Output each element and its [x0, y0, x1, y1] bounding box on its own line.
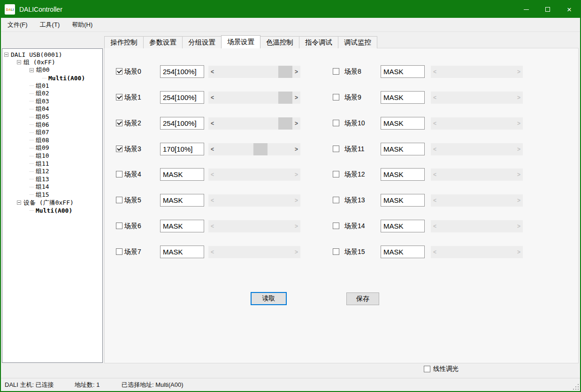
minimize-button[interactable]: [515, 1, 537, 18]
tree-item-20[interactable]: Multi(A00): [2, 207, 102, 215]
tree-item-3[interactable]: Multi(A00): [2, 74, 102, 82]
menu-item-1[interactable]: 工具(T): [34, 18, 66, 31]
chevron-right-icon[interactable]: >: [292, 169, 300, 181]
scene-7-value-input[interactable]: [160, 246, 204, 258]
tree-item-19[interactable]: 设备 (广播0xFF): [2, 199, 102, 207]
minus-box-icon[interactable]: [17, 200, 21, 205]
chevron-right-icon[interactable]: >: [292, 66, 300, 78]
tree-item-16[interactable]: 组13: [2, 176, 102, 184]
scrollbar-thumb[interactable]: [278, 92, 292, 104]
scene-12-level-scrollbar[interactable]: <>: [431, 169, 523, 181]
chevron-left-icon[interactable]: <: [431, 220, 439, 232]
tree-item-1[interactable]: 组 (0xFF): [2, 59, 102, 67]
scene-12-checkbox[interactable]: [333, 171, 339, 177]
minus-box-icon[interactable]: [4, 53, 8, 57]
scene-9-value-input[interactable]: [381, 91, 425, 104]
chevron-right-icon[interactable]: >: [515, 246, 523, 258]
scene-2-level-scrollbar[interactable]: <>: [208, 117, 300, 130]
scene-1-value-input[interactable]: [160, 91, 204, 104]
scene-10-value-input[interactable]: [381, 117, 425, 130]
scene-5-checkbox[interactable]: [116, 197, 122, 203]
tree-item-10[interactable]: 组07: [2, 129, 102, 137]
chevron-left-icon[interactable]: <: [208, 246, 216, 258]
scrollbar-thumb[interactable]: [253, 143, 268, 155]
scene-3-level-scrollbar[interactable]: <>: [208, 143, 300, 155]
chevron-right-icon[interactable]: >: [292, 194, 300, 207]
tab-1[interactable]: 参数设置: [143, 36, 183, 48]
tree-item-14[interactable]: 组11: [2, 160, 102, 168]
menu-item-0[interactable]: 文件(F): [1, 18, 34, 31]
scene-1-checkbox[interactable]: [116, 94, 122, 100]
scene-0-value-input[interactable]: [160, 65, 204, 78]
tree-item-7[interactable]: 组04: [2, 105, 102, 113]
chevron-left-icon[interactable]: <: [208, 194, 216, 207]
scene-9-checkbox[interactable]: [333, 94, 339, 100]
scene-15-value-input[interactable]: [381, 246, 425, 258]
scene-2-checkbox[interactable]: [116, 120, 122, 126]
tab-6[interactable]: 调试监控: [338, 36, 377, 48]
maximize-button[interactable]: [537, 1, 558, 18]
minus-box-icon[interactable]: [30, 68, 34, 72]
scene-8-level-scrollbar[interactable]: <>: [431, 66, 523, 78]
chevron-right-icon[interactable]: >: [292, 220, 300, 232]
scene-8-checkbox[interactable]: [333, 68, 339, 75]
resize-grip-icon[interactable]: [573, 384, 579, 390]
chevron-left-icon[interactable]: <: [431, 143, 439, 155]
scene-15-checkbox[interactable]: [333, 248, 339, 255]
chevron-right-icon[interactable]: >: [515, 66, 523, 78]
scene-6-checkbox[interactable]: [116, 223, 122, 229]
scene-11-value-input[interactable]: [381, 143, 425, 155]
scene-8-value-input[interactable]: [381, 65, 425, 78]
save-button[interactable]: 保存: [346, 292, 379, 305]
chevron-left-icon[interactable]: <: [431, 66, 439, 78]
tab-0[interactable]: 操作控制: [104, 36, 144, 48]
chevron-left-icon[interactable]: <: [431, 117, 439, 130]
chevron-left-icon[interactable]: <: [431, 246, 439, 258]
chevron-left-icon[interactable]: <: [208, 143, 216, 155]
scene-14-checkbox[interactable]: [333, 223, 339, 229]
scene-3-value-input[interactable]: [160, 143, 204, 155]
scene-6-level-scrollbar[interactable]: <>: [208, 220, 300, 232]
scene-0-level-scrollbar[interactable]: <>: [208, 66, 300, 78]
scene-7-level-scrollbar[interactable]: <>: [208, 246, 300, 258]
scene-14-value-input[interactable]: [381, 220, 425, 232]
tree-item-12[interactable]: 组09: [2, 144, 102, 152]
chevron-right-icon[interactable]: >: [292, 143, 300, 155]
tree-item-4[interactable]: 组01: [2, 82, 102, 90]
read-button[interactable]: 读取: [251, 292, 287, 305]
tree-item-8[interactable]: 组05: [2, 113, 102, 121]
scene-9-level-scrollbar[interactable]: <>: [431, 92, 523, 104]
tab-3[interactable]: 场景设置: [221, 35, 260, 48]
scene-15-level-scrollbar[interactable]: <>: [431, 246, 523, 258]
minus-box-icon[interactable]: [17, 60, 21, 64]
chevron-right-icon[interactable]: >: [515, 169, 523, 181]
chevron-left-icon[interactable]: <: [431, 92, 439, 104]
scene-6-value-input[interactable]: [160, 220, 204, 232]
tree-item-6[interactable]: 组03: [2, 98, 102, 106]
scrollbar-thumb[interactable]: [278, 117, 292, 130]
linear-dimming-checkbox[interactable]: [424, 366, 430, 372]
scene-1-level-scrollbar[interactable]: <>: [208, 92, 300, 104]
tab-2[interactable]: 分组设置: [182, 36, 222, 48]
chevron-left-icon[interactable]: <: [208, 220, 216, 232]
chevron-right-icon[interactable]: >: [515, 92, 523, 104]
chevron-left-icon[interactable]: <: [208, 169, 216, 181]
scene-4-level-scrollbar[interactable]: <>: [208, 169, 300, 181]
chevron-right-icon[interactable]: >: [292, 92, 300, 104]
tree-item-5[interactable]: 组02: [2, 90, 102, 98]
chevron-right-icon[interactable]: >: [515, 143, 523, 155]
menu-item-2[interactable]: 帮助(H): [66, 18, 99, 31]
scrollbar-thumb[interactable]: [278, 66, 292, 78]
scene-13-checkbox[interactable]: [333, 197, 339, 203]
scene-11-level-scrollbar[interactable]: <>: [431, 143, 523, 155]
scene-0-checkbox[interactable]: [116, 68, 122, 75]
scene-14-level-scrollbar[interactable]: <>: [431, 220, 523, 232]
chevron-left-icon[interactable]: <: [208, 92, 216, 104]
chevron-right-icon[interactable]: >: [292, 246, 300, 258]
chevron-right-icon[interactable]: >: [515, 194, 523, 207]
close-button[interactable]: ×: [558, 1, 580, 18]
chevron-left-icon[interactable]: <: [208, 66, 216, 78]
scene-12-value-input[interactable]: [381, 168, 425, 181]
chevron-right-icon[interactable]: >: [292, 117, 300, 130]
chevron-left-icon[interactable]: <: [431, 194, 439, 207]
